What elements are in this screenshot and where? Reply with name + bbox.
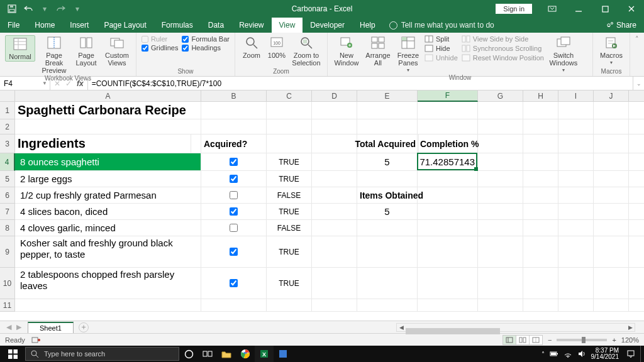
cell[interactable] [478,204,523,220]
acquired-cell[interactable] [201,204,267,220]
cell[interactable] [418,299,478,312]
scroll-right-icon[interactable]: ▶ [626,324,635,331]
acquired-header[interactable]: Acquired? [201,134,267,153]
acquired-checkbox[interactable] [230,279,238,287]
cell[interactable] [15,299,201,312]
cell[interactable] [418,171,478,187]
cell[interactable] [594,204,629,220]
ingredient-name[interactable]: 4 cloves garlic, minced [15,220,201,236]
new-sheet-button[interactable]: ＋ [79,322,89,332]
cell[interactable] [629,102,644,119]
enter-formula-icon[interactable]: ✓ [65,79,72,88]
zoom-button[interactable]: Zoom [240,35,263,59]
cell[interactable] [594,134,629,153]
truth-cell[interactable]: FALSE [267,220,312,236]
expand-formula-bar-icon[interactable]: ⌄ [633,77,644,90]
cell[interactable] [558,187,594,204]
cell[interactable] [357,171,418,187]
row-header-8[interactable]: 8 [0,220,15,236]
show-desktop-button[interactable] [640,346,643,362]
column-header-K[interactable]: K [629,90,644,102]
macros-button[interactable]: Macros ▾ [598,35,625,66]
normal-view-button[interactable]: Normal [5,35,35,62]
cell[interactable] [594,153,629,171]
column-header-A[interactable]: A [15,90,201,102]
cell[interactable] [629,153,644,171]
tab-formulas[interactable]: Formulas [154,18,201,33]
scrollbar-thumb[interactable] [406,328,500,334]
cell[interactable] [418,187,478,204]
cell[interactable] [357,236,418,268]
truth-cell[interactable]: TRUE [267,268,312,299]
cell[interactable] [312,187,357,204]
sign-in-button[interactable]: Sign in [496,4,532,14]
tab-developer[interactable]: Developer [303,18,352,33]
cell[interactable] [629,134,644,153]
cell[interactable] [312,153,357,171]
cell[interactable] [357,268,418,299]
cell[interactable] [312,204,357,220]
cell[interactable] [523,171,558,187]
cell[interactable] [523,268,558,299]
ruler-checkbox[interactable]: Ruler [142,35,178,43]
acquired-checkbox[interactable] [230,224,238,232]
row-header-7[interactable]: 7 [0,204,15,220]
cell[interactable] [594,187,629,204]
name-box[interactable]: F4 ▼ [0,77,50,90]
tab-review[interactable]: Review [231,18,271,33]
cell[interactable] [312,119,357,134]
page-break-preview-button[interactable]: Page Break Preview [39,35,69,74]
cell[interactable] [523,153,558,171]
page-layout-view-button[interactable]: Page Layout [73,35,99,67]
cell[interactable] [629,204,644,220]
cell[interactable] [558,102,594,119]
fx-icon[interactable]: fx [77,79,84,88]
cell[interactable] [418,119,478,134]
cell[interactable] [594,220,629,236]
freeze-panes-button[interactable]: Freeze Panes ▾ [396,35,421,74]
cell[interactable] [594,119,629,134]
cell[interactable] [594,299,629,312]
zoom-out-icon[interactable]: − [548,336,552,344]
row-header-3[interactable]: 3 [0,134,15,153]
cell[interactable] [15,119,201,134]
ingredient-name[interactable]: 8 ounces spaghetti [15,153,201,171]
undo-dropdown-icon[interactable]: ▾ [38,2,52,16]
cell[interactable] [478,119,523,134]
acquired-cell[interactable] [201,268,267,299]
row-header-11[interactable]: 11 [0,299,15,312]
truth-cell[interactable]: TRUE [267,171,312,187]
cell[interactable] [523,119,558,134]
row-header-9[interactable]: 9 [0,236,15,268]
tab-page-layout[interactable]: Page Layout [96,18,153,33]
headings-checkbox[interactable]: Headings [182,44,230,52]
truth-cell[interactable]: TRUE [267,236,312,268]
cell[interactable] [312,171,357,187]
normal-view-status-button[interactable] [502,335,516,345]
cell[interactable] [594,268,629,299]
page-break-status-button[interactable] [529,335,543,345]
cell[interactable] [523,204,558,220]
acquired-cell[interactable] [201,236,267,268]
cancel-formula-icon[interactable]: ✕ [54,79,60,88]
cell[interactable] [478,268,523,299]
cell[interactable] [523,299,558,312]
wifi-icon[interactable] [564,350,572,358]
cell[interactable] [558,134,594,153]
cell[interactable] [629,171,644,187]
cell[interactable] [558,153,594,171]
gridlines-checkbox[interactable]: Gridlines [142,44,178,52]
ingredient-name[interactable]: 4 slices bacon, diced [15,204,201,220]
cell[interactable] [629,220,644,236]
zoom-selection-button[interactable]: Zoom to Selection [291,35,322,67]
hide-button[interactable]: Hide [425,45,458,52]
taskbar-clock[interactable]: 8:37 PM 9/14/2021 [591,348,622,360]
recipe-title[interactable]: Spaghetti Carbonara Recipe [15,102,267,119]
cell[interactable] [478,153,523,171]
tab-insert[interactable]: Insert [62,18,96,33]
cell[interactable] [267,119,312,134]
cell[interactable] [523,102,558,119]
save-icon[interactable] [5,2,19,16]
cell[interactable] [629,299,644,312]
cell[interactable] [558,119,594,134]
